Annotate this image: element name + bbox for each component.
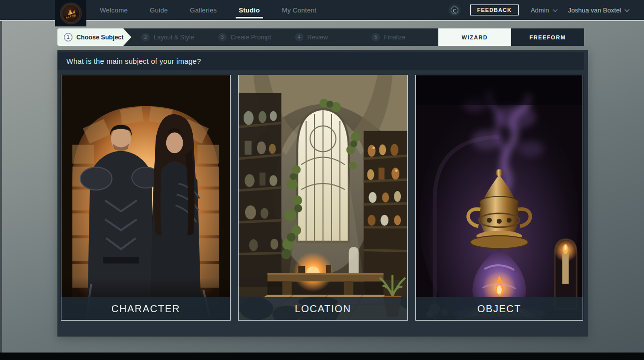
mode-toggle: WIZARD FREEFORM [438,28,584,46]
step-review[interactable]: 4 Review [285,28,362,46]
window-bottom-strip [0,353,644,360]
nav-right-group: FEEDBACK Admin Joshua van Boxtel [451,0,628,20]
admin-menu-label: Admin [531,6,549,14]
step-label: Finalize [384,34,405,41]
step-choose-subject[interactable]: 1 Choose Subject [57,28,131,46]
app-logo-badge: ALPHA [60,2,82,24]
window-left-edge [0,20,2,353]
nav-item-studio[interactable]: Studio [239,0,260,20]
step-label: Choose Subject [76,34,123,41]
lock-icon[interactable] [451,6,458,14]
wizard-mode-button[interactable]: WIZARD [438,28,511,46]
nav-item-guide[interactable]: Guide [150,0,168,20]
card-object-label: OBJECT [416,297,583,320]
card-location-label: LOCATION [239,297,407,320]
step-finalize[interactable]: 5 Finalize [361,28,438,46]
location-card-art [239,75,407,320]
nav-divider [0,20,644,21]
nav-item-welcome[interactable]: Welcome [100,0,128,20]
user-name-label: Joshua van Boxtel [568,6,621,14]
admin-menu[interactable]: Admin [531,6,556,14]
card-character[interactable]: CHARACTER [61,75,231,321]
card-object[interactable]: OBJECT [415,75,583,321]
card-location[interactable]: LOCATION [238,75,408,321]
nav-item-galleries[interactable]: Galleries [190,0,217,20]
step-number-badge: 3 [218,33,227,41]
character-card-art [61,75,230,320]
studio-content-panel: What is the main subject of your image? [57,50,588,337]
wizard-step-bar: 1 Choose Subject 2 Layout & Style 3 Crea… [57,28,584,46]
step-number-badge: 4 [295,33,304,41]
step-create-prompt[interactable]: 3 Create Prompt [208,28,285,46]
card-character-label: CHARACTER [61,297,230,320]
step-label: Layout & Style [154,34,194,41]
feedback-button[interactable]: FEEDBACK [470,4,519,15]
step-label: Review [308,34,328,41]
object-card-art [416,75,583,320]
app-logo-art: ALPHA [61,3,81,23]
step-number-badge: 1 [64,33,72,41]
user-menu[interactable]: Joshua van Boxtel [568,6,628,14]
question-heading: What is the main subject of your image? [57,52,584,70]
nav-menu: Welcome Guide Galleries Studio My Conten… [100,0,317,20]
step-layout-style[interactable]: 2 Layout & Style [131,28,208,46]
subject-cards-row: CHARACTER [61,75,583,321]
step-number-badge: 2 [141,33,150,41]
wizard-steps-rest: 2 Layout & Style 3 Create Prompt 4 Revie… [131,28,438,46]
step-number-badge: 5 [371,33,380,41]
freeform-mode-button[interactable]: FREEFORM [511,28,584,46]
step-label: Create Prompt [231,34,271,41]
nav-item-my-content[interactable]: My Content [282,0,317,20]
chevron-down-icon [553,7,558,12]
app-logo[interactable]: ALPHA [55,0,86,26]
